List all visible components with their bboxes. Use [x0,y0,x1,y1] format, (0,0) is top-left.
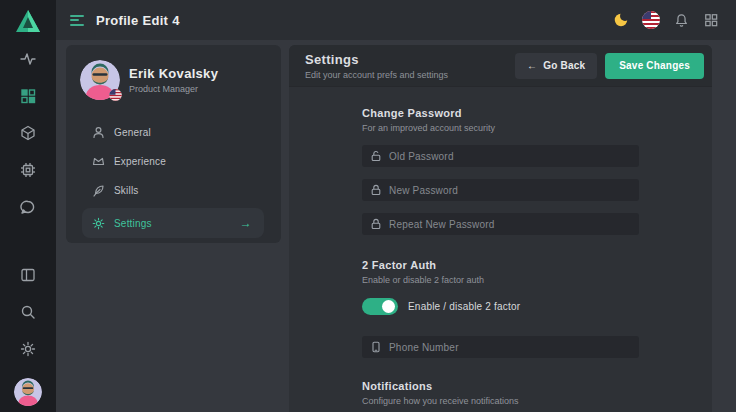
section-subtitle: Enable or disable 2 factor auth [362,275,639,285]
activity-icon[interactable] [20,51,36,67]
settings-panel: Settings Edit your account prefs and set… [289,45,712,412]
section-title: Change Password [362,107,639,119]
cube-icon[interactable] [20,125,36,141]
menu-icon[interactable] [70,15,84,26]
bell-icon[interactable] [672,11,690,29]
menu-item-skills[interactable]: Skills [66,176,281,205]
save-changes-button[interactable]: Save Changes [605,53,704,79]
settings-subtitle: Edit your account prefs and settings [305,70,448,80]
phone-icon [370,341,382,353]
gear-icon[interactable] [20,341,36,357]
menu-item-label: Settings [114,218,152,229]
menu-item-settings[interactable]: Settings → [82,208,264,238]
section-subtitle: For an improved account security [362,123,639,133]
phone-number-input[interactable] [389,342,631,353]
new-password-input[interactable] [389,185,631,196]
apps-grid-icon[interactable] [702,11,720,29]
user-avatar[interactable] [14,378,42,406]
go-back-button[interactable]: ←Go Back [515,53,597,79]
app-logo-icon[interactable] [14,8,42,34]
sidebar [0,0,56,412]
chat-icon[interactable] [20,199,36,215]
lock-icon [370,184,382,196]
feather-icon [92,184,105,197]
lock-icon [370,218,382,230]
moon-icon[interactable] [612,11,630,29]
user-name: Erik Kovalsky [129,66,218,81]
repeat-password-field[interactable] [362,213,639,235]
section-notifications: Notifications Configure how you receive … [362,380,639,406]
profile-menu: General Experience Skills [66,118,281,238]
gear-icon [92,217,105,230]
old-password-field[interactable] [362,145,639,167]
avatar [80,60,120,100]
user-role: Product Manager [129,84,218,94]
us-flag-badge-icon [109,88,122,101]
menu-item-label: General [114,127,151,138]
settings-title: Settings [305,52,448,67]
section-title: Notifications [362,380,639,392]
profile-panel: Erik Kovalsky Product Manager General Ex… [66,45,281,243]
section-subtitle: Configure how you receive notifications [362,396,639,406]
menu-item-general[interactable]: General [66,118,281,147]
settings-header: Settings Edit your account prefs and set… [289,45,712,87]
dashboard-grid-icon[interactable] [20,88,36,104]
menu-item-experience[interactable]: Experience [66,147,281,176]
settings-form: Change Password For an improved account … [362,107,639,406]
section-change-password: Change Password For an improved account … [362,107,639,235]
repeat-password-input[interactable] [389,219,631,230]
lock-icon [370,150,382,162]
person-icon [92,126,105,139]
us-flag-icon[interactable] [642,11,660,29]
new-password-field[interactable] [362,179,639,201]
search-icon[interactable] [20,304,36,320]
right-arrow-icon: → [240,216,252,230]
toggle-label: Enable / disable 2 factor [408,301,520,312]
section-title: 2 Factor Auth [362,259,639,271]
crown-icon [92,155,105,168]
menu-item-label: Experience [114,156,166,167]
left-arrow-icon: ← [527,60,537,71]
page-title: Profile Edit 4 [96,13,180,28]
old-password-input[interactable] [389,151,631,162]
phone-number-field[interactable] [362,336,639,358]
two-factor-toggle[interactable] [362,298,398,315]
toggle-knob [382,300,395,313]
topbar: Profile Edit 4 [56,0,736,40]
menu-item-label: Skills [114,185,139,196]
layout-icon[interactable] [20,267,36,283]
section-two-factor: 2 Factor Auth Enable or disable 2 factor… [362,259,639,358]
cpu-icon[interactable] [20,162,36,178]
